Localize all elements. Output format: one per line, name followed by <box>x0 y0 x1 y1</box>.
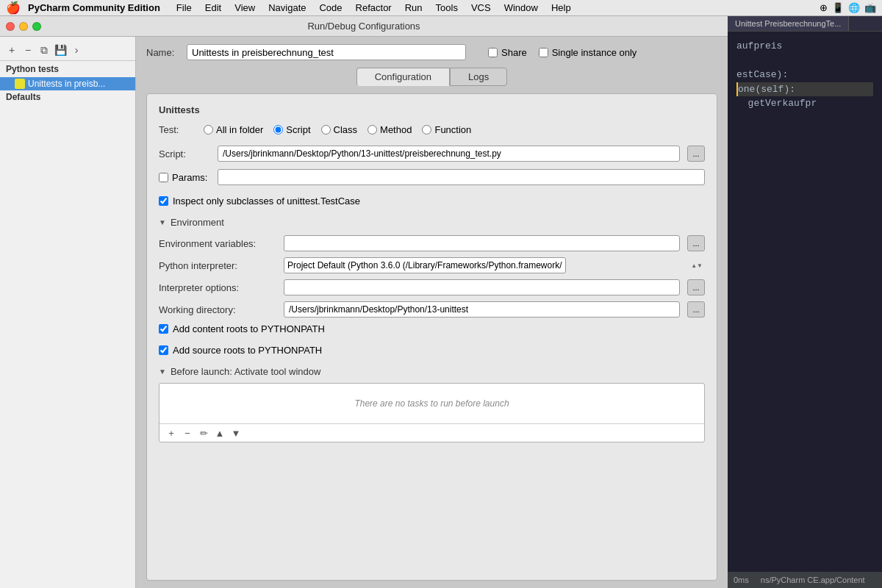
content-roots-checkbox[interactable] <box>159 324 168 334</box>
before-launch-remove-button[interactable]: − <box>180 426 195 440</box>
working-dir-browse-button[interactable]: ... <box>687 301 705 318</box>
radio-script[interactable]: Script <box>273 124 310 135</box>
share-row: Share Single instance only <box>488 47 637 58</box>
sidebar-item-unittests[interactable]: Unittests in preisb... <box>0 77 135 90</box>
more-config-button[interactable]: › <box>69 43 84 57</box>
inspect-checkbox[interactable] <box>159 196 168 206</box>
name-row: Name: Share Single instance only <box>146 44 717 60</box>
params-input[interactable] <box>218 169 705 185</box>
radio-all-in-folder[interactable]: All in folder <box>204 124 263 135</box>
sidebar: + − ⧉ 💾 › Python tests Unittests in prei… <box>0 37 136 588</box>
dialog-area: Run/Debug Configurations + − ⧉ 💾 › Pytho… <box>0 16 728 588</box>
sidebar-defaults[interactable]: Defaults <box>0 90 135 104</box>
unittests-section-title: Unittests <box>159 104 705 115</box>
tab-configuration[interactable]: Configuration <box>356 68 450 86</box>
apple-menu[interactable]: 🍎 <box>6 1 21 15</box>
working-dir-row: Working directory: ... <box>159 301 705 318</box>
name-input[interactable] <box>187 44 466 60</box>
minimize-button[interactable] <box>19 22 28 31</box>
menu-code[interactable]: Code <box>313 2 348 13</box>
close-button[interactable] <box>6 22 15 31</box>
menu-view[interactable]: View <box>229 2 261 13</box>
menubar-icon-4[interactable]: 📺 <box>864 2 876 13</box>
menubar-icon-1[interactable]: ⊕ <box>820 2 828 13</box>
code-tab[interactable]: Unittest PreisberechnungTe... <box>728 16 849 31</box>
before-launch-toolbar: + − ✏ ▲ ▼ <box>159 423 704 442</box>
source-roots-row: Add source roots to PYTHONPATH <box>159 345 705 356</box>
status-time: 0ms <box>734 576 749 584</box>
menu-file[interactable]: File <box>171 2 198 13</box>
content-roots-label: Add content roots to PYTHONPATH <box>173 323 325 334</box>
status-path: ns/PyCharm CE.app/Content <box>761 576 865 584</box>
copy-config-button[interactable]: ⧉ <box>37 43 51 57</box>
menu-vcs[interactable]: VCS <box>465 2 497 13</box>
share-checkbox[interactable] <box>488 48 498 57</box>
add-config-button[interactable]: + <box>4 43 19 57</box>
source-roots-checkbox[interactable] <box>159 345 168 355</box>
single-instance-checkbox[interactable] <box>539 48 548 57</box>
radio-method-input[interactable] <box>368 125 377 135</box>
environment-header[interactable]: ▼ Environment <box>159 217 705 228</box>
remove-config-button[interactable]: − <box>21 43 35 57</box>
before-launch-up-button[interactable]: ▲ <box>212 426 227 440</box>
env-vars-input[interactable] <box>284 235 680 251</box>
menubar-icon-3[interactable]: 🌐 <box>848 2 860 13</box>
dialog-content: Name: Share Single instance only <box>136 37 728 588</box>
radio-script-input[interactable] <box>273 125 283 135</box>
traffic-lights <box>6 22 41 31</box>
menubar-right: ⊕ 📱 🌐 📺 <box>820 2 876 13</box>
test-label: Test: <box>159 124 199 135</box>
before-launch-edit-button[interactable]: ✏ <box>196 426 211 440</box>
params-label: Params: <box>172 172 207 183</box>
menu-navigate[interactable]: Navigate <box>262 2 312 13</box>
before-launch-add-button[interactable]: + <box>164 426 179 440</box>
interpreter-select-wrapper: Project Default (Python 3.6.0 (/Library/… <box>284 257 705 273</box>
script-input[interactable] <box>218 146 680 162</box>
before-launch-header[interactable]: ▼ Before launch: Activate tool window <box>159 366 705 377</box>
radio-all-in-folder-input[interactable] <box>204 125 213 135</box>
interpreter-options-row: Interpreter options: ... <box>159 279 705 295</box>
code-line-5: getVerkaufpr <box>736 96 873 111</box>
code-panel-tabs: Unittest PreisberechnungTe... <box>728 16 882 32</box>
params-row: Params: <box>159 169 705 185</box>
app-name: PyCharm Community Edition <box>28 2 160 13</box>
interpreter-select[interactable]: Project Default (Python 3.6.0 (/Library/… <box>284 257 566 273</box>
inspect-row: Inspect only subclasses of unittest.Test… <box>159 196 705 207</box>
before-launch-panel: There are no tasks to run before launch … <box>159 383 705 442</box>
radio-class[interactable]: Class <box>321 124 358 135</box>
menu-tools[interactable]: Tools <box>430 2 464 13</box>
radio-class-input[interactable] <box>321 125 331 135</box>
radio-function[interactable]: Function <box>422 124 471 135</box>
menu-window[interactable]: Window <box>498 2 544 13</box>
tab-logs[interactable]: Logs <box>450 68 507 86</box>
maximize-button[interactable] <box>32 22 41 31</box>
params-checkbox[interactable] <box>159 173 168 182</box>
env-arrow-icon: ▼ <box>159 218 166 226</box>
menu-help[interactable]: Help <box>545 2 577 13</box>
menubar-icon-2[interactable]: 📱 <box>832 2 844 13</box>
script-label: Script: <box>159 148 210 159</box>
name-label: Name: <box>146 47 179 58</box>
source-roots-label: Add source roots to PYTHONPATH <box>173 345 322 356</box>
before-launch-down-button[interactable]: ▼ <box>229 426 243 440</box>
menu-run[interactable]: Run <box>399 2 429 13</box>
interpreter-row: Python interpreter: Project Default (Pyt… <box>159 257 705 273</box>
script-browse-button[interactable]: ... <box>687 146 705 162</box>
menu-refactor[interactable]: Refactor <box>350 2 398 13</box>
script-row: Script: ... <box>159 146 705 162</box>
save-config-button[interactable]: 💾 <box>53 43 68 57</box>
interpreter-options-input[interactable] <box>284 279 680 295</box>
working-dir-input[interactable] <box>284 301 680 318</box>
code-line-2 <box>736 54 873 68</box>
inspect-label: Inspect only subclasses of unittest.Test… <box>173 196 360 207</box>
radio-function-input[interactable] <box>422 125 431 135</box>
code-content: aufpreis estCase): one(self): getVerkauf… <box>728 32 882 572</box>
interpreter-options-browse-button[interactable]: ... <box>687 279 705 295</box>
env-vars-label: Environment variables: <box>159 238 276 249</box>
unittest-icon <box>15 79 25 89</box>
interpreter-label: Python interpreter: <box>159 260 276 271</box>
sidebar-item-label: Unittests in preisb... <box>28 79 105 89</box>
menu-edit[interactable]: Edit <box>199 2 227 13</box>
radio-method[interactable]: Method <box>368 124 412 135</box>
env-vars-browse-button[interactable]: ... <box>687 235 705 251</box>
